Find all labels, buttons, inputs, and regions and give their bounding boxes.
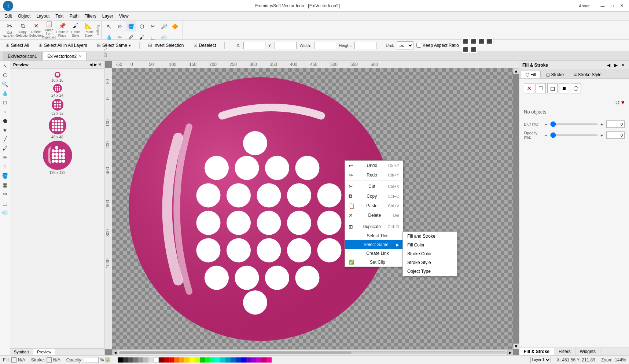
x-input[interactable] [243,42,265,49]
delete-button[interactable]: ✕ DeleteSelection [29,22,43,38]
canvas-viewport[interactable] [112,68,513,349]
menu-edit[interactable]: Edit [1,13,15,19]
palette-swatch[interactable] [169,357,174,363]
fs-tab-stroke-style[interactable]: ≡ Stroke Style [569,71,606,78]
palette-swatch[interactable] [164,357,169,363]
paste-in-place-button[interactable]: 📌 Paste inPlace [56,22,69,38]
palette-swatch[interactable] [133,357,138,363]
menu-layout[interactable]: Layout [33,13,52,19]
tool-star[interactable]: ★ [1,126,10,134]
horizontal-scrollbar[interactable]: ◀ ▶ [112,349,513,355]
ctx-create-link[interactable]: Create Link [345,249,403,258]
close-button[interactable]: ✕ [617,2,626,10]
palette-swatch[interactable] [225,357,231,363]
y-input[interactable] [275,42,297,49]
ctx-set-clip[interactable]: ✅ Set Clip [345,258,403,267]
palette-swatch[interactable] [256,357,261,363]
unit-select[interactable]: pxmmcm [397,41,413,49]
fs-flat-fill-button[interactable]: □ [536,83,546,93]
preview-tab-preview[interactable]: Preview [33,349,55,355]
tool-rect[interactable]: □ [1,98,10,107]
palette-swatch[interactable] [179,357,184,363]
palette-swatch[interactable] [148,357,154,363]
keep-aspect-checkbox[interactable] [416,43,421,48]
knife-tool-button[interactable]: ✂ [148,21,158,31]
fs-tab-fill[interactable]: ⬡ Fill [521,71,541,78]
ctx-copy[interactable]: ⧉ Copy Ctrl+C [345,191,403,201]
palette-swatch[interactable] [190,357,195,363]
fs-tab-stroke[interactable]: ◻ Stroke [541,71,569,78]
preview-tab-symbols[interactable]: Symbols [10,349,33,355]
paste-style-button[interactable]: 🖌 Paste Style [69,22,82,38]
palette-swatch[interactable] [236,357,241,363]
tool-fill[interactable]: 🪣 [1,171,10,180]
palette-swatch-white[interactable] [154,357,159,363]
fs-no-fill-button[interactable]: ✕ [524,83,534,93]
select-all-button[interactable]: ⊞ Select All [3,41,32,49]
tool-dropper[interactable]: 💧 [1,89,10,98]
maximize-button[interactable]: □ [608,2,617,10]
align-bottom-left-button[interactable]: ⬛ [462,46,469,53]
select-all-layers-button[interactable]: ⊞ Select All in All Layers [36,41,89,49]
palette-swatch[interactable] [159,357,164,363]
ctx-delete[interactable]: ✕ Delete Del [345,211,403,220]
palette-swatch[interactable] [266,357,272,363]
select-same-button[interactable]: ⊞ Select Same ▾ [94,41,133,49]
tool-pen[interactable]: 🖊 [1,144,10,153]
fs-linear-grad-button[interactable]: ◻ [547,83,558,93]
fill-tool-button[interactable]: 🪣 [126,21,136,31]
cut-button[interactable]: ✂ CutSelection [3,22,16,38]
opacity-plus-button[interactable]: + [599,132,605,138]
preview-prev-button[interactable]: ◀ [89,62,92,67]
tool-gradient[interactable]: ▦ [1,181,10,189]
blur-value-input[interactable]: 0 [606,120,625,128]
layer-select[interactable]: Layer 1 [530,357,551,363]
submenu-stroke-color[interactable]: Stroke Color [403,249,457,258]
scroll-up-button[interactable]: ▲ [513,68,519,74]
refresh-button[interactable]: ↺ [615,99,620,106]
submenu-fill-and-stroke[interactable]: Fill and Stroke [403,232,457,241]
palette-swatch[interactable] [138,357,143,363]
menu-text[interactable]: Text [52,13,66,19]
opacity-value-input[interactable]: 0 [606,131,625,139]
palette-swatch[interactable] [128,357,133,363]
paste-from-clipboard-button[interactable]: 📋 Paste fromClipboard [43,22,56,38]
tab-exivectoricon1[interactable]: ExiVectorIcon1 [3,52,42,60]
palette-swatch[interactable] [205,357,210,363]
blur-plus-button[interactable]: + [599,121,605,127]
tool-zoom[interactable]: 🔍 [1,80,10,89]
menu-path[interactable]: Path [66,13,81,19]
palette-swatch-black[interactable] [118,357,123,363]
palette-swatch[interactable] [241,357,246,363]
palette-swatch[interactable] [174,357,179,363]
opacity-slider[interactable] [550,134,597,136]
opacity-minus-button[interactable]: − [543,132,549,138]
palette-swatch[interactable] [195,357,200,363]
palette-swatch[interactable] [220,357,225,363]
palette-swatch[interactable] [200,357,205,363]
select-tool-button[interactable]: ↖ [104,21,114,31]
menu-filters[interactable]: Filters [81,13,99,19]
opacity-lock-button[interactable]: 🔒 [105,357,110,363]
color-picker1-button[interactable]: 🔶 [170,21,180,31]
palette-swatch[interactable] [251,357,256,363]
copy-button[interactable]: ⧉ CopySelection [16,22,29,38]
align-right-button[interactable]: ⬛ [478,38,485,45]
fs-pin-button[interactable]: ◀ [606,62,611,68]
horizontal-scrollbar-thumb[interactable] [119,352,352,354]
deselect-button[interactable]: ⊡ Deselect [191,41,219,49]
magnify-button[interactable]: 🔎 [159,21,169,31]
align-bottom-button[interactable]: ⬛ [470,46,477,53]
height-input[interactable] [354,42,376,49]
tool-spray[interactable]: 💨 [1,208,10,217]
tool-pencil[interactable]: ✏ [1,153,10,162]
menu-object[interactable]: Object [15,13,34,19]
fs-bottom-tab-widgets[interactable]: Widgets [575,348,600,355]
scroll-down-button[interactable]: ▼ [513,343,519,349]
fs-bottom-tab-fill-stroke[interactable]: Fill & Stroke [519,348,554,355]
palette-swatch[interactable] [215,357,220,363]
fs-pattern-button[interactable]: ⬡ [571,83,581,93]
blur-slider[interactable] [550,123,597,125]
fs-arrow-button[interactable]: ▶ [613,62,619,68]
tool-line[interactable]: ╱ [1,135,10,144]
